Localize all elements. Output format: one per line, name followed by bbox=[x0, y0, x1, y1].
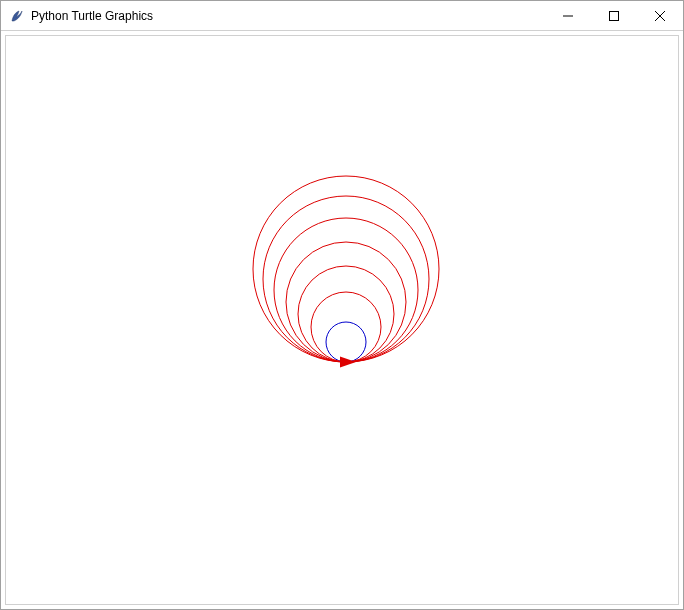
app-window: Python Turtle Graphics bbox=[0, 0, 684, 610]
canvas-area bbox=[5, 35, 679, 605]
window-controls bbox=[545, 1, 683, 30]
turtle-circle bbox=[298, 266, 394, 362]
close-button[interactable] bbox=[637, 1, 683, 30]
titlebar[interactable]: Python Turtle Graphics bbox=[1, 1, 683, 31]
window-title: Python Turtle Graphics bbox=[31, 9, 545, 23]
minimize-button[interactable] bbox=[545, 1, 591, 30]
turtle-circle bbox=[274, 218, 418, 362]
turtle-circle bbox=[286, 242, 406, 362]
maximize-button[interactable] bbox=[591, 1, 637, 30]
feather-icon bbox=[9, 8, 25, 24]
turtle-circle bbox=[326, 322, 366, 362]
svg-rect-1 bbox=[610, 11, 619, 20]
turtle-circle bbox=[253, 176, 439, 362]
turtle-circle bbox=[311, 292, 381, 362]
turtle-canvas bbox=[6, 36, 678, 604]
turtle-circle bbox=[263, 196, 429, 362]
turtle-cursor-icon bbox=[340, 357, 356, 368]
